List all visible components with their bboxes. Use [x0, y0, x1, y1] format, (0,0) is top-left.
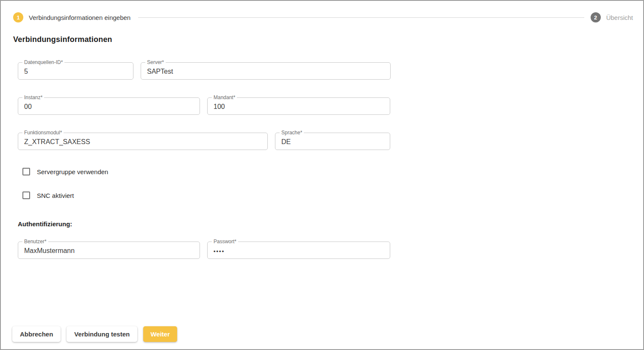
stepper: 1 Verbindungsinformationen eingeben 2 Üb…	[1, 1, 643, 22]
test-connection-button[interactable]: Verbindung testen	[67, 326, 137, 342]
sprache-label: Sprache*	[280, 130, 304, 136]
benutzer-label: Benutzer*	[22, 239, 48, 244]
passwort-field: Passwort*	[207, 242, 390, 259]
snc-checkbox-row[interactable]: SNC aktiviert	[22, 192, 391, 199]
wizard-page: 1 Verbindungsinformationen eingeben 2 Üb…	[0, 0, 644, 350]
auth-section-heading: Authentifizierung:	[18, 220, 391, 228]
next-button[interactable]: Weiter	[143, 326, 177, 342]
instanz-input[interactable]	[18, 98, 200, 114]
form-row-2: Instanz* Mandant*	[18, 97, 391, 115]
cancel-button[interactable]: Abbrechen	[12, 326, 61, 342]
snc-checkbox-label: SNC aktiviert	[37, 192, 74, 199]
datenquellen-id-field: Datenquellen-ID*	[18, 62, 133, 80]
connection-form: Datenquellen-ID* Server* Instanz* Mandan…	[18, 62, 391, 259]
passwort-label: Passwort*	[212, 239, 238, 244]
action-bar: Abbrechen Verbindung testen Weiter	[12, 326, 177, 342]
server-label: Server*	[145, 59, 166, 65]
form-row-3: Funktionsmodul* Sprache*	[18, 133, 391, 150]
form-row-1: Datenquellen-ID* Server*	[18, 62, 391, 80]
server-field: Server*	[141, 62, 391, 80]
servergruppe-checkbox[interactable]	[22, 168, 30, 175]
step-2-circle: 2	[591, 12, 601, 22]
servergruppe-checkbox-row[interactable]: Servergruppe verwenden	[22, 168, 391, 175]
step-1-label: Verbindungsinformationen eingeben	[29, 14, 130, 21]
step-2-label: Übersicht	[606, 14, 633, 21]
mandant-label: Mandant*	[212, 94, 237, 100]
form-row-auth: Benutzer* Passwort*	[18, 242, 391, 259]
instanz-field: Instanz*	[18, 97, 200, 115]
snc-checkbox[interactable]	[22, 192, 30, 199]
funktionsmodul-field: Funktionsmodul*	[18, 133, 268, 150]
servergruppe-checkbox-label: Servergruppe verwenden	[37, 168, 108, 175]
funktionsmodul-label: Funktionsmodul*	[22, 130, 64, 136]
instanz-label: Instanz*	[22, 94, 44, 100]
stepper-step-1[interactable]: 1 Verbindungsinformationen eingeben	[13, 12, 130, 22]
sprache-field: Sprache*	[275, 133, 390, 150]
server-input[interactable]	[141, 63, 390, 79]
page-title: Verbindungsinformationen	[13, 35, 643, 44]
mandant-field: Mandant*	[207, 97, 390, 115]
benutzer-field: Benutzer*	[18, 242, 200, 259]
step-1-circle: 1	[13, 12, 23, 22]
stepper-connector-line	[138, 17, 584, 18]
stepper-step-2[interactable]: 2 Übersicht	[591, 12, 633, 22]
datenquellen-id-label: Datenquellen-ID*	[22, 59, 64, 65]
